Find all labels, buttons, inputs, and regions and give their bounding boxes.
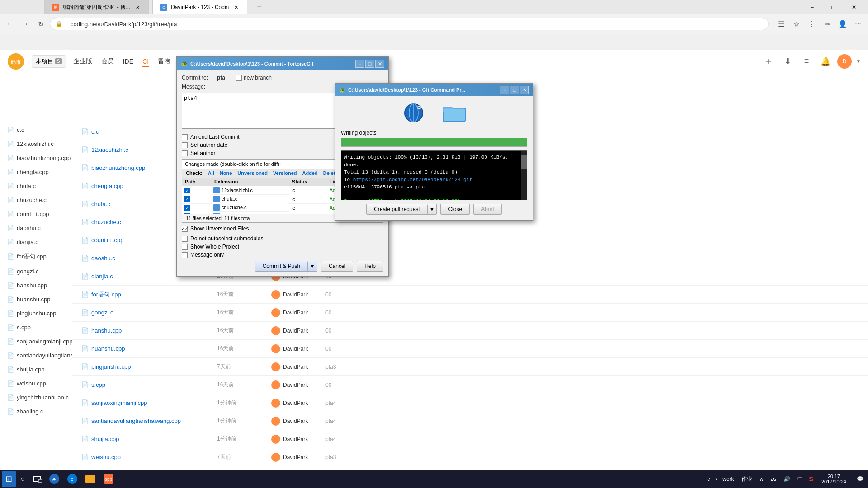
more-icon[interactable]: ··· bbox=[852, 18, 864, 30]
sidebar-item[interactable]: 📄c.c bbox=[0, 123, 72, 137]
author-checkbox[interactable] bbox=[182, 150, 188, 156]
git-cmd-close[interactable]: ✕ bbox=[520, 86, 529, 94]
active-tab-close[interactable]: ✕ bbox=[232, 4, 240, 11]
check-all-link[interactable]: All bbox=[208, 170, 214, 176]
file-checkbox[interactable]: ✓ bbox=[184, 196, 190, 202]
commit-push-button[interactable]: Commit & Push bbox=[255, 261, 307, 271]
message-only-checkbox[interactable] bbox=[182, 252, 188, 258]
sidebar-item[interactable]: 📄sanjiaoxingmianji.cpp bbox=[0, 334, 72, 348]
sidebar-item[interactable]: 📄dianjia.c bbox=[0, 235, 72, 249]
taskbar-input-method[interactable]: 中 bbox=[796, 475, 805, 483]
create-pull-request-button[interactable]: Create pull request bbox=[367, 204, 427, 214]
browser-close-button[interactable]: ✕ bbox=[844, 0, 864, 14]
show-whole-project-checkbox[interactable] bbox=[182, 244, 188, 250]
sidebar-item[interactable]: 📄yingchizhuanhuan.c bbox=[0, 390, 72, 404]
file-checkbox[interactable]: ✓ bbox=[184, 205, 190, 211]
terminal-url-link[interactable]: https://git.coding.net/DavidPark/123.git bbox=[353, 177, 472, 183]
file-name-cell[interactable]: 📄 weishu.cpp bbox=[81, 454, 217, 460]
sidebar-item[interactable]: 📄biaozhuntizhong.cpp bbox=[0, 151, 72, 165]
sidebar-item[interactable]: 📄s.cpp bbox=[0, 320, 72, 334]
sidebar-item[interactable]: 📄chufa.c bbox=[0, 179, 72, 193]
sidebar-item[interactable]: 📄shuijia.cpp bbox=[0, 362, 72, 376]
nav-member[interactable]: 会员 bbox=[101, 56, 114, 67]
terminal-output[interactable]: Writing objects: 100% (13/13), 2.31 KiB … bbox=[341, 150, 527, 200]
file-name-cell[interactable]: 📄 hanshu.cpp bbox=[81, 327, 217, 334]
sidebar-item[interactable]: 📄huanshu.cpp bbox=[0, 292, 72, 306]
bell-icon[interactable]: 🔔 bbox=[818, 54, 833, 69]
file-checkbox[interactable]: ✓ bbox=[184, 188, 190, 193]
sidebar-item[interactable]: 📄hanshu.cpp bbox=[0, 278, 72, 292]
tortoise-minimize-button[interactable]: － bbox=[355, 60, 364, 68]
close-button[interactable]: Close bbox=[440, 204, 470, 215]
file-name-cell[interactable]: 📄 sanjiaoxingmianji.cpp bbox=[81, 399, 217, 406]
check-added-link[interactable]: Added bbox=[302, 170, 317, 176]
edit-icon[interactable]: ✏ bbox=[821, 18, 834, 30]
check-none-link[interactable]: None bbox=[220, 170, 232, 176]
notification-button[interactable]: 💬 bbox=[854, 471, 866, 487]
author-date-checkbox[interactable] bbox=[182, 142, 188, 148]
git-cmd-maximize[interactable]: □ bbox=[510, 86, 519, 94]
cancel-button[interactable]: Cancel bbox=[321, 261, 353, 272]
sidebar-item[interactable]: 📄chuzuche.c bbox=[0, 193, 72, 207]
sidebar-item[interactable]: 📄count++.cpp bbox=[0, 207, 72, 221]
browser-minimize-button[interactable]: － bbox=[802, 0, 823, 14]
file-name-cell[interactable]: 📄 santiandayuliangtianshaiwang.cpp bbox=[81, 418, 217, 424]
terminal-scrollbar[interactable] bbox=[521, 151, 527, 200]
add-icon[interactable]: + bbox=[761, 54, 776, 69]
sidebar-item[interactable]: 📄gongzi.c bbox=[0, 264, 72, 278]
forward-button[interactable]: → bbox=[19, 18, 32, 30]
nav-enterprise[interactable]: 企业版 bbox=[73, 56, 92, 67]
inactive-tab-close[interactable]: ✕ bbox=[134, 4, 141, 11]
help-button[interactable]: Help bbox=[357, 261, 383, 272]
user-icon[interactable]: 👤 bbox=[836, 18, 849, 30]
taskbar-edge-button[interactable]: e bbox=[64, 471, 81, 487]
new-tab-button[interactable]: + bbox=[253, 0, 265, 13]
nav-ide[interactable]: IDE bbox=[123, 56, 133, 67]
browser-maximize-button[interactable]: □ bbox=[823, 0, 844, 14]
taskbar-folder-button[interactable] bbox=[82, 471, 99, 487]
browser-menu-icon[interactable]: ⋮ bbox=[806, 18, 818, 30]
start-button[interactable]: ⊞ bbox=[2, 471, 16, 487]
nav-ci[interactable]: CI bbox=[142, 56, 149, 67]
sidebar-item[interactable]: 📄12xiaoshizhi.c bbox=[0, 137, 72, 151]
taskbar-ie-button[interactable]: e bbox=[46, 471, 63, 487]
download-icon[interactable]: ⬇ bbox=[780, 54, 795, 69]
no-auto-select-checkbox[interactable] bbox=[182, 236, 188, 242]
sidebar-item[interactable]: 📄daoshu.c bbox=[0, 221, 72, 235]
sidebar-item[interactable]: 📄pingjunshu.cpp bbox=[0, 306, 72, 320]
tortoise-close-button[interactable]: ✕ bbox=[375, 60, 384, 68]
task-view-button[interactable] bbox=[29, 471, 45, 487]
file-checkbox[interactable]: ✓ bbox=[184, 213, 190, 214]
create-pr-dropdown[interactable]: ▼ bbox=[427, 204, 437, 214]
reader-view-icon[interactable]: ☰ bbox=[775, 18, 788, 30]
active-tab[interactable]: C DavidPark - 123 - Codin ✕ bbox=[152, 0, 247, 14]
user-avatar[interactable]: D bbox=[837, 54, 852, 69]
commit-push-dropdown[interactable]: ▼ bbox=[307, 261, 317, 271]
taskbar-app-button[interactable]: app bbox=[100, 471, 117, 487]
sidebar-item[interactable]: 📄zhaoling.c bbox=[0, 404, 72, 418]
file-name-cell[interactable]: 📄 s.cpp bbox=[81, 381, 217, 388]
file-name-cell[interactable]: 📄 shuijia.cpp bbox=[81, 436, 217, 442]
sidebar-item[interactable]: 📄for语句.cpp bbox=[0, 249, 72, 264]
abort-button[interactable]: Abort bbox=[473, 204, 502, 215]
search-button[interactable]: ○ bbox=[17, 471, 28, 487]
back-button[interactable]: ← bbox=[4, 18, 16, 30]
inactive-tab[interactable]: 博 编辑随笔"第四周作业" - 博... ✕ bbox=[44, 0, 149, 14]
address-input[interactable] bbox=[65, 18, 763, 30]
file-name-cell[interactable]: 📄 gongzi.c bbox=[81, 309, 217, 316]
nav-bubble[interactable]: 冒泡 bbox=[158, 56, 170, 67]
taskbar-clock[interactable]: 20:17 2017/10/24 bbox=[818, 474, 850, 484]
check-unversioned-link[interactable]: Unversioned bbox=[237, 170, 268, 176]
amend-checkbox[interactable] bbox=[182, 134, 188, 140]
taskbar-expand-icon[interactable]: ∧ bbox=[758, 476, 765, 482]
file-name-cell[interactable]: 📄 pingjunshu.cpp bbox=[81, 363, 217, 370]
bookmark-icon[interactable]: ☆ bbox=[790, 18, 803, 30]
sidebar-item[interactable]: 📄santiandayuliangtianshaiwang.cpp bbox=[0, 348, 72, 362]
git-cmd-minimize[interactable]: － bbox=[500, 86, 509, 94]
tortoise-maximize-button[interactable]: □ bbox=[365, 60, 374, 68]
file-name-cell[interactable]: 📄 huanshu.cpp bbox=[81, 345, 217, 352]
show-unversioned-checkbox[interactable]: ✓ bbox=[182, 226, 188, 232]
check-versioned-link[interactable]: Versioned bbox=[273, 170, 297, 176]
sidebar-item[interactable]: 📄weishu.cpp bbox=[0, 376, 72, 390]
sidebar-item[interactable]: 📄chengfa.cpp bbox=[0, 165, 72, 179]
